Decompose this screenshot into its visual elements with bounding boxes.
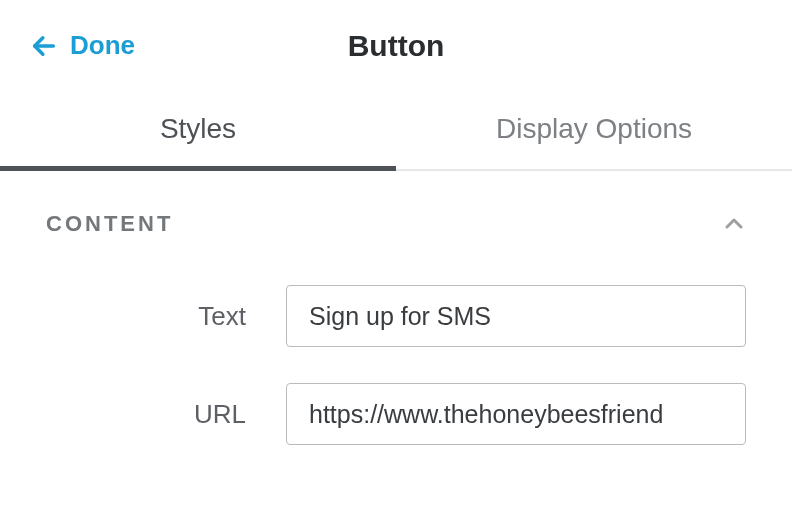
tab-styles[interactable]: Styles (0, 89, 396, 169)
content-section: CONTENT Text URL (0, 171, 792, 445)
text-input[interactable] (286, 285, 746, 347)
tabs: Styles Display Options (0, 89, 792, 171)
back-arrow-icon (30, 32, 58, 60)
chevron-up-icon (722, 212, 746, 236)
done-button[interactable]: Done (30, 30, 135, 61)
url-label: URL (46, 399, 246, 430)
content-section-title: CONTENT (46, 211, 173, 237)
text-label: Text (46, 301, 246, 332)
url-input[interactable] (286, 383, 746, 445)
field-row-url: URL (46, 383, 746, 445)
tab-display-options[interactable]: Display Options (396, 89, 792, 169)
done-label: Done (70, 30, 135, 61)
field-row-text: Text (46, 285, 746, 347)
content-section-header[interactable]: CONTENT (46, 211, 746, 237)
editor-header: Done Button (0, 0, 792, 89)
